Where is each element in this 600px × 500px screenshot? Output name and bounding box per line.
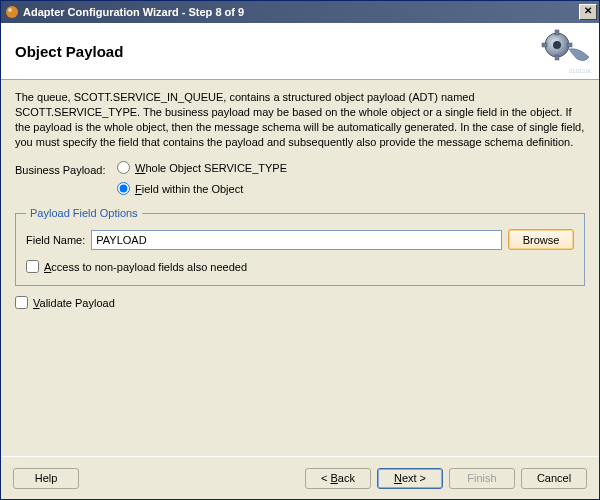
field-name-label: Field Name:	[26, 234, 85, 246]
business-payload-row-2: Field within the Object	[15, 182, 585, 199]
finish-button-label: Finish	[467, 472, 496, 484]
close-button[interactable]: ✕	[579, 4, 597, 20]
svg-rect-5	[555, 55, 559, 60]
back-button[interactable]: < Back	[305, 468, 371, 489]
app-icon	[5, 5, 19, 19]
business-payload-row: Business Payload: Whole Object SERVICE_T…	[15, 161, 585, 178]
browse-button[interactable]: Browse	[508, 229, 574, 250]
svg-rect-4	[555, 30, 559, 35]
wizard-header: Object Payload	[1, 23, 599, 80]
payload-field-options-group: Payload Field Options Field Name: Browse…	[15, 207, 585, 286]
description-text: The queue, SCOTT.SERVICE_IN_QUEUE, conta…	[15, 90, 585, 149]
validate-payload-checkbox[interactable]: Validate Payload	[15, 296, 585, 309]
radio-field-within-label: Field within the Object	[135, 183, 243, 195]
field-name-input[interactable]	[91, 230, 502, 250]
radio-whole-object-input[interactable]	[117, 161, 130, 174]
access-nonpayload-label: Access to non-payload fields also needed	[44, 261, 247, 273]
radio-whole-object[interactable]: Whole Object SERVICE_TYPE	[117, 161, 287, 174]
browse-button-label: Browse	[523, 234, 560, 246]
gear-icon: 0101100101	[539, 29, 591, 77]
wizard-body: The queue, SCOTT.SERVICE_IN_QUEUE, conta…	[1, 80, 599, 456]
radio-field-within-input[interactable]	[117, 182, 130, 195]
titlebar: Adapter Configuration Wizard - Step 8 of…	[1, 1, 599, 23]
next-button-label: Next >	[394, 472, 426, 484]
wizard-footer: Help < Back Next > Finish Cancel	[1, 456, 599, 499]
svg-rect-6	[542, 43, 547, 47]
cancel-button[interactable]: Cancel	[521, 468, 587, 489]
svg-rect-7	[567, 43, 572, 47]
access-nonpayload-checkbox[interactable]: Access to non-payload fields also needed	[26, 260, 574, 273]
validate-payload-input[interactable]	[15, 296, 28, 309]
svg-text:0101100101: 0101100101	[569, 68, 591, 74]
window-title: Adapter Configuration Wizard - Step 8 of…	[23, 6, 579, 18]
help-button[interactable]: Help	[13, 468, 79, 489]
svg-point-0	[6, 6, 18, 18]
svg-point-1	[8, 8, 12, 12]
validate-payload-label: Validate Payload	[33, 297, 115, 309]
svg-point-3	[553, 41, 561, 49]
access-nonpayload-input[interactable]	[26, 260, 39, 273]
page-title: Object Payload	[15, 43, 123, 60]
field-name-row: Field Name: Browse	[26, 229, 574, 250]
next-button[interactable]: Next >	[377, 468, 443, 489]
radio-whole-object-label: Whole Object SERVICE_TYPE	[135, 162, 287, 174]
payload-field-options-legend: Payload Field Options	[26, 207, 142, 219]
back-button-label: < Back	[321, 472, 355, 484]
cancel-button-label: Cancel	[537, 472, 571, 484]
help-button-label: Help	[35, 472, 58, 484]
business-payload-label: Business Payload:	[15, 164, 117, 176]
radio-field-within[interactable]: Field within the Object	[117, 182, 243, 195]
wizard-window: Adapter Configuration Wizard - Step 8 of…	[0, 0, 600, 500]
finish-button: Finish	[449, 468, 515, 489]
